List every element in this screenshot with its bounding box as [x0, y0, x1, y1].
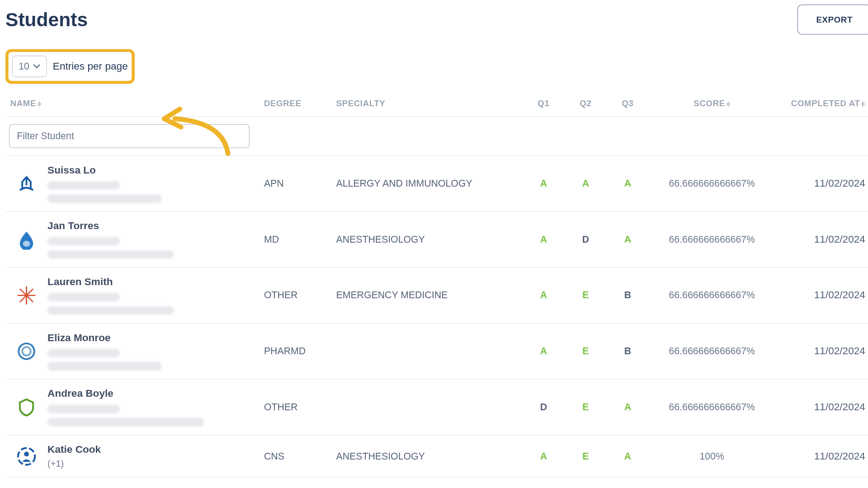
filter-row	[5, 117, 868, 156]
score-cell: 66.666666666667%	[649, 346, 775, 357]
sort-icon	[861, 100, 865, 108]
chevron-down-icon	[33, 64, 40, 69]
completed-cell: 11/02/2024	[775, 289, 868, 301]
student-avatar-icon	[16, 229, 37, 249]
redacted-text	[47, 349, 120, 357]
q3-cell: A	[607, 451, 649, 462]
q2-cell: E	[565, 402, 607, 413]
sort-icon	[38, 100, 42, 108]
student-name: Jan Torres	[47, 220, 174, 232]
score-cell: 66.666666666667%	[649, 402, 775, 413]
table-header-row: NAME DEGREE SPECIALTY Q1 Q2 Q3 SCORE COM…	[5, 94, 868, 117]
score-cell: 100%	[649, 451, 775, 462]
export-button[interactable]: EXPORT	[797, 5, 868, 35]
q2-cell: A	[565, 178, 607, 189]
q3-cell: A	[607, 402, 649, 413]
student-name: Suissa Lo	[47, 164, 162, 177]
q3-cell: A	[607, 178, 649, 189]
table-row[interactable]: Andrea BoyleOTHERDEA66.666666666667%11/0…	[5, 380, 868, 436]
redacted-text	[47, 181, 120, 190]
col-header-q1[interactable]: Q1	[523, 98, 565, 108]
degree-cell: PHARMD	[264, 346, 336, 357]
q1-cell: A	[523, 234, 565, 245]
q2-cell: E	[565, 451, 607, 462]
degree-cell: APN	[264, 178, 336, 189]
student-name: Lauren Smith	[47, 276, 174, 288]
q3-cell: A	[607, 234, 649, 245]
col-header-q2[interactable]: Q2	[565, 98, 607, 108]
completed-cell: 11/02/2024	[775, 450, 868, 462]
student-name: Eliza Monroe	[47, 332, 162, 344]
completed-cell: 11/02/2024	[775, 345, 868, 357]
student-avatar-icon	[16, 446, 37, 466]
q1-cell: A	[523, 451, 565, 462]
specialty-cell: ALLERGY AND IMMUNOLOGY	[336, 178, 523, 189]
student-name: Katie Cook	[47, 444, 101, 456]
degree-cell: CNS	[264, 451, 336, 462]
redacted-text	[47, 250, 174, 259]
col-header-specialty[interactable]: SPECIALTY	[336, 98, 523, 108]
col-header-degree[interactable]: DEGREE	[264, 98, 336, 108]
q3-cell: B	[607, 290, 649, 301]
redacted-text	[47, 293, 120, 301]
sort-icon	[726, 100, 731, 108]
redacted-text	[47, 418, 204, 427]
student-name: Andrea Boyle	[47, 388, 204, 400]
completed-cell: 11/02/2024	[775, 234, 868, 246]
svg-point-5	[19, 343, 34, 359]
q2-cell: E	[565, 346, 607, 357]
q1-cell: A	[523, 178, 565, 189]
page-title: Students	[5, 9, 88, 31]
col-header-name[interactable]: NAME	[5, 98, 264, 108]
completed-cell: 11/02/2024	[775, 178, 868, 190]
col-header-score[interactable]: SCORE	[649, 98, 775, 108]
redacted-text	[47, 306, 174, 315]
svg-point-0	[23, 241, 30, 247]
redacted-text	[47, 237, 120, 246]
col-header-completed[interactable]: COMPLETED AT	[775, 98, 868, 108]
specialty-cell: ANESTHESIOLOGY	[336, 451, 523, 462]
table-row[interactable]: Jan TorresMDANESTHESIOLOGYADA66.66666666…	[5, 212, 868, 268]
degree-cell: MD	[264, 234, 336, 245]
specialty-cell: ANESTHESIOLOGY	[336, 234, 523, 245]
degree-cell: OTHER	[264, 290, 336, 301]
svg-point-8	[24, 451, 29, 456]
table-row[interactable]: Suissa LoAPNALLERGY AND IMMUNOLOGYAAA66.…	[5, 156, 868, 212]
score-cell: 66.666666666667%	[649, 234, 775, 245]
entries-per-page-select[interactable]: 10	[12, 56, 47, 77]
table-row[interactable]: Eliza MonroePHARMDAEB66.666666666667%11/…	[5, 324, 868, 380]
entries-value: 10	[19, 61, 29, 72]
student-sub-count: (+1)	[47, 458, 101, 469]
completed-cell: 11/02/2024	[775, 401, 868, 413]
svg-point-6	[22, 347, 31, 356]
q2-cell: D	[565, 234, 607, 245]
table-row[interactable]: Katie Cook(+1)CNSANESTHESIOLOGYAEA100%11…	[5, 436, 868, 478]
col-header-q3[interactable]: Q3	[607, 98, 649, 108]
entries-label: Entries per page	[53, 61, 128, 73]
entries-highlight-annotation: 10 Entries per page	[5, 49, 134, 84]
specialty-cell: EMERGENCY MEDICINE	[336, 290, 523, 301]
score-cell: 66.666666666667%	[649, 290, 775, 301]
redacted-text	[47, 362, 162, 371]
redacted-text	[47, 405, 120, 413]
q1-cell: A	[523, 290, 565, 301]
table-row[interactable]: Lauren SmithOTHEREMERGENCY MEDICINEAEB66…	[5, 268, 868, 324]
q1-cell: D	[523, 402, 565, 413]
filter-student-input[interactable]	[9, 124, 250, 148]
student-avatar-icon	[16, 397, 37, 417]
student-avatar-icon	[16, 285, 37, 305]
q2-cell: E	[565, 290, 607, 301]
q1-cell: A	[523, 346, 565, 357]
student-avatar-icon	[16, 341, 37, 361]
score-cell: 66.666666666667%	[649, 178, 775, 189]
redacted-text	[47, 194, 162, 203]
q3-cell: B	[607, 346, 649, 357]
student-avatar-icon	[16, 174, 37, 194]
degree-cell: OTHER	[264, 402, 336, 413]
